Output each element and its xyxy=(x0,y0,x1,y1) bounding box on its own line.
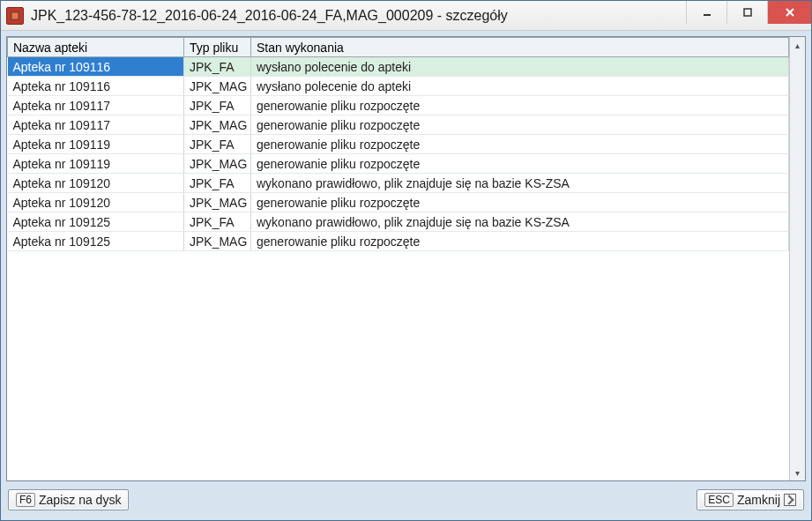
header-nazwa-apteki[interactable]: Nazwa apteki xyxy=(8,38,184,57)
cell-typ-pliku[interactable]: JPK_MAG xyxy=(184,232,251,251)
cell-typ-pliku[interactable]: JPK_MAG xyxy=(184,77,251,96)
table-row[interactable]: Apteka nr 109125JPK_MAGgenerowanie pliku… xyxy=(8,232,789,251)
cell-nazwa-apteki[interactable]: Apteka nr 109125 xyxy=(8,232,184,251)
footer-bar: F6 Zapisz na dysk ESC Zamknij xyxy=(6,485,806,515)
cell-stan-wykonania[interactable]: wysłano polecenie do apteki xyxy=(251,77,789,96)
cell-typ-pliku[interactable]: JPK_MAG xyxy=(184,154,251,174)
close-hotkey: ESC xyxy=(704,493,734,507)
cell-nazwa-apteki[interactable]: Apteka nr 109116 xyxy=(8,57,184,77)
table-row[interactable]: Apteka nr 109117JPK_FAgenerowanie pliku … xyxy=(8,96,789,115)
window-root: JPK_123-456-78-12_2016-06-24_2016-06-24_… xyxy=(0,0,812,521)
cell-nazwa-apteki[interactable]: Apteka nr 109120 xyxy=(8,174,184,193)
cell-stan-wykonania[interactable]: generowanie pliku rozpoczęte xyxy=(251,193,789,212)
cell-typ-pliku[interactable]: JPK_FA xyxy=(184,96,251,115)
table-row[interactable]: Apteka nr 109119JPK_MAGgenerowanie pliku… xyxy=(8,154,789,174)
table-row[interactable]: Apteka nr 109116JPK_MAGwysłano polecenie… xyxy=(8,77,789,96)
cell-nazwa-apteki[interactable]: Apteka nr 109117 xyxy=(8,96,184,115)
cell-nazwa-apteki[interactable]: Apteka nr 109116 xyxy=(8,77,184,96)
save-label: Zapisz na dysk xyxy=(39,493,121,507)
cell-stan-wykonania[interactable]: wykonano prawidłowo, plik znajduje się n… xyxy=(251,212,789,232)
scroll-down-arrow-icon[interactable]: ▾ xyxy=(792,466,804,479)
grid-wrap: Nazwa apteki Typ pliku Stan wykonania Ap… xyxy=(6,36,806,481)
cell-typ-pliku[interactable]: JPK_FA xyxy=(184,212,251,232)
table-row[interactable]: Apteka nr 109125JPK_FAwykonano prawidłow… xyxy=(8,212,789,232)
close-button[interactable] xyxy=(767,1,811,24)
cell-typ-pliku[interactable]: JPK_MAG xyxy=(184,193,251,212)
header-typ-pliku[interactable]: Typ pliku xyxy=(184,38,251,57)
cell-nazwa-apteki[interactable]: Apteka nr 109125 xyxy=(8,212,184,232)
cell-nazwa-apteki[interactable]: Apteka nr 109119 xyxy=(8,154,184,174)
table-row[interactable]: Apteka nr 109120JPK_FAwykonano prawidłow… xyxy=(8,174,789,193)
grid-scroll: Nazwa apteki Typ pliku Stan wykonania Ap… xyxy=(7,37,789,480)
close-dialog-button[interactable]: ESC Zamknij xyxy=(697,489,804,510)
save-to-disk-button[interactable]: F6 Zapisz na dysk xyxy=(8,489,129,510)
close-label: Zamknij xyxy=(737,493,780,507)
footer-right-group: ESC Zamknij xyxy=(697,489,804,510)
window-controls xyxy=(686,1,811,30)
table-row[interactable]: Apteka nr 109119JPK_FAgenerowanie pliku … xyxy=(8,135,789,154)
svg-rect-3 xyxy=(744,9,751,16)
cell-nazwa-apteki[interactable]: Apteka nr 109119 xyxy=(8,135,184,154)
window-title: JPK_123-456-78-12_2016-06-24_2016-06-24_… xyxy=(31,8,686,24)
cell-typ-pliku[interactable]: JPK_MAG xyxy=(184,115,251,135)
table-row[interactable]: Apteka nr 109117JPK_MAGgenerowanie pliku… xyxy=(8,115,789,135)
header-row[interactable]: Nazwa apteki Typ pliku Stan wykonania xyxy=(8,38,789,57)
client-area: Nazwa apteki Typ pliku Stan wykonania Ap… xyxy=(1,31,811,520)
cell-typ-pliku[interactable]: JPK_FA xyxy=(184,57,251,77)
cell-stan-wykonania[interactable]: generowanie pliku rozpoczęte xyxy=(251,135,789,154)
cell-stan-wykonania[interactable]: wykonano prawidłowo, plik znajduje się n… xyxy=(251,174,789,193)
cell-nazwa-apteki[interactable]: Apteka nr 109117 xyxy=(8,115,184,135)
vertical-scrollbar[interactable]: ▴ ▾ xyxy=(789,37,805,480)
app-icon xyxy=(6,7,24,25)
table-row[interactable]: Apteka nr 109120JPK_MAGgenerowanie pliku… xyxy=(8,193,789,212)
cell-stan-wykonania[interactable]: wysłano polecenie do apteki xyxy=(251,57,789,77)
cell-nazwa-apteki[interactable]: Apteka nr 109120 xyxy=(8,193,184,212)
scroll-up-arrow-icon[interactable]: ▴ xyxy=(792,39,804,51)
cell-stan-wykonania[interactable]: generowanie pliku rozpoczęte xyxy=(251,232,789,251)
data-grid[interactable]: Nazwa apteki Typ pliku Stan wykonania Ap… xyxy=(7,37,789,251)
header-stan-wykonania[interactable]: Stan wykonania xyxy=(251,38,789,57)
cell-stan-wykonania[interactable]: generowanie pliku rozpoczęte xyxy=(251,96,789,115)
maximize-button[interactable] xyxy=(726,1,767,24)
cell-typ-pliku[interactable]: JPK_FA xyxy=(184,135,251,154)
cell-stan-wykonania[interactable]: generowanie pliku rozpoczęte xyxy=(251,154,789,174)
titlebar[interactable]: JPK_123-456-78-12_2016-06-24_2016-06-24_… xyxy=(1,1,811,31)
table-row[interactable]: Apteka nr 109116JPK_FAwysłano polecenie … xyxy=(8,57,789,77)
cell-typ-pliku[interactable]: JPK_FA xyxy=(184,174,251,193)
save-hotkey: F6 xyxy=(16,493,35,507)
minimize-button[interactable] xyxy=(686,1,726,24)
svg-rect-1 xyxy=(12,12,19,19)
exit-icon xyxy=(784,494,796,506)
cell-stan-wykonania[interactable]: generowanie pliku rozpoczęte xyxy=(251,115,789,135)
